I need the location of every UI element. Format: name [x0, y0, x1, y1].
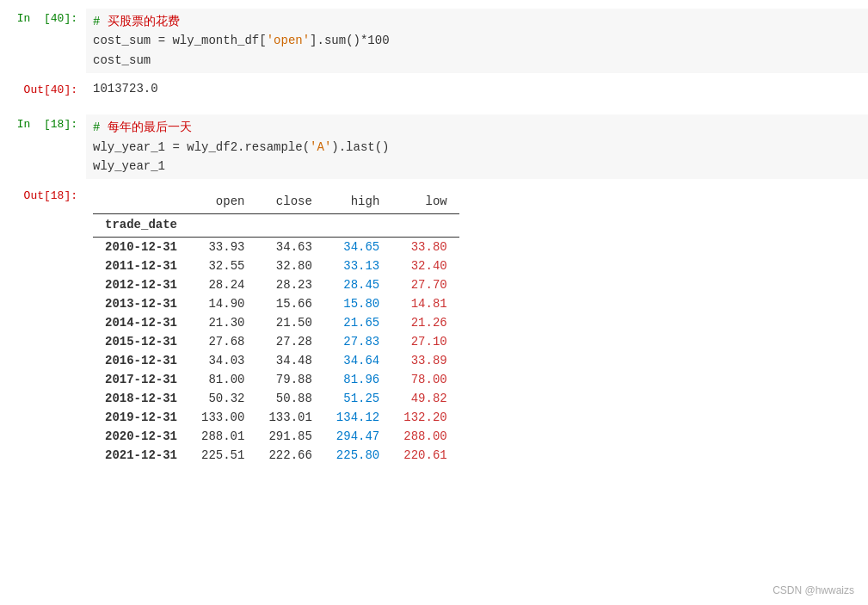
table-row: 2015-12-3127.6827.2827.8327.10	[93, 332, 459, 351]
cell-input-18: In [18]: # 每年的最后一天 wly_year_1 = wly_df2.…	[0, 114, 868, 179]
col-header-close: close	[256, 191, 323, 214]
table-row: 2018-12-3150.3250.8851.2549.82	[93, 389, 459, 408]
cell-close: 34.48	[256, 351, 323, 370]
cell-code-18: # 每年的最后一天 wly_year_1 = wly_df2.resample(…	[86, 114, 868, 179]
cell-label-18: In [18]:	[0, 114, 86, 179]
table-row: 2021-12-31225.51222.66225.80220.61	[93, 446, 459, 465]
cell-high: 225.80	[324, 446, 391, 465]
col-header-high-sub	[324, 214, 391, 238]
table-row: 2017-12-3181.0079.8881.9678.00	[93, 370, 459, 389]
table-row: 2016-12-3134.0334.4834.6433.89	[93, 351, 459, 370]
cell-high: 28.45	[324, 275, 391, 294]
cell-low: 288.00	[391, 427, 459, 446]
output-text-40: 1013723.0	[93, 78, 861, 99]
cell-open: 34.03	[189, 351, 256, 370]
cell-code-40: # 买股票的花费 cost_sum = wly_month_df['open']…	[86, 9, 868, 73]
out-label-40: Out[40]:	[0, 75, 86, 102]
cell-index: 2019-12-31	[93, 408, 189, 427]
table-row: 2010-12-3133.9334.6334.6533.80	[93, 238, 459, 257]
cell-low: 32.40	[391, 256, 459, 275]
cell-close: 15.66	[256, 294, 323, 313]
table-row: 2013-12-3114.9015.6615.8014.81	[93, 294, 459, 313]
cell-index: 2020-12-31	[93, 427, 189, 446]
cell-high: 33.13	[324, 256, 391, 275]
data-table: open close high low trade_date 2010-12-3…	[93, 191, 459, 465]
cell-low: 220.61	[391, 446, 459, 465]
cell-close: 50.88	[256, 389, 323, 408]
code-line: cost_sum = wly_month_df['open'].sum()*10…	[93, 31, 861, 50]
col-header-open-sub	[189, 214, 256, 238]
cell-close: 28.23	[256, 275, 323, 294]
cell-high: 51.25	[324, 389, 391, 408]
cell-open: 225.51	[189, 446, 256, 465]
table-row: 2012-12-3128.2428.2328.4527.70	[93, 275, 459, 294]
cell-open: 133.00	[189, 408, 256, 427]
cell-close: 133.01	[256, 408, 323, 427]
col-header-low-sub	[391, 214, 459, 238]
cell-open: 50.32	[189, 389, 256, 408]
cell-index: 2017-12-31	[93, 370, 189, 389]
cell-input-40: In [40]: # 买股票的花费 cost_sum = wly_month_d…	[0, 9, 868, 73]
code-line: # 买股票的花费	[93, 12, 861, 31]
cell-index: 2012-12-31	[93, 275, 189, 294]
cell-close: 21.50	[256, 313, 323, 332]
col-header-close-sub	[256, 214, 323, 238]
watermark: CSDN @hwwaizs	[773, 584, 854, 596]
code-line: wly_year_1	[93, 157, 861, 176]
cell-output-18: Out[18]: open close high low trade_date	[0, 181, 868, 468]
output-value-40: 1013723.0	[86, 75, 868, 102]
cell-low: 21.26	[391, 313, 459, 332]
col-header-high: high	[324, 191, 391, 214]
cell-high: 34.65	[324, 238, 391, 257]
cell-high: 34.64	[324, 351, 391, 370]
cell-index: 2021-12-31	[93, 446, 189, 465]
cell-high: 15.80	[324, 294, 391, 313]
cell-index: 2016-12-31	[93, 351, 189, 370]
cell-high: 21.65	[324, 313, 391, 332]
cell-close: 291.85	[256, 427, 323, 446]
table-index-name-row: trade_date	[93, 214, 459, 238]
cell-open: 28.24	[189, 275, 256, 294]
cell-low: 49.82	[391, 389, 459, 408]
cell-close: 34.63	[256, 238, 323, 257]
cell-index: 2015-12-31	[93, 332, 189, 351]
cell-low: 33.80	[391, 238, 459, 257]
cell-index: 2011-12-31	[93, 256, 189, 275]
cell-open: 14.90	[189, 294, 256, 313]
cell-open: 27.68	[189, 332, 256, 351]
table-header-row: open close high low	[93, 191, 459, 214]
notebook: In [40]: # 买股票的花费 cost_sum = wly_month_d…	[0, 0, 868, 605]
code-line: wly_year_1 = wly_df2.resample('A').last(…	[93, 138, 861, 157]
cell-close: 32.80	[256, 256, 323, 275]
cell-open: 33.93	[189, 238, 256, 257]
cell-open: 21.30	[189, 313, 256, 332]
cell-close: 27.28	[256, 332, 323, 351]
output-table-18: open close high low trade_date 2010-12-3…	[86, 181, 868, 468]
out-label-18: Out[18]:	[0, 181, 86, 468]
col-header-trade-date: trade_date	[93, 214, 189, 238]
cell-output-40: Out[40]: 1013723.0	[0, 75, 868, 102]
cell-index: 2014-12-31	[93, 313, 189, 332]
code-line: # 每年的最后一天	[93, 118, 861, 137]
cell-index: 2010-12-31	[93, 238, 189, 257]
cell-close: 79.88	[256, 370, 323, 389]
table-row: 2020-12-31288.01291.85294.47288.00	[93, 427, 459, 446]
cell-close: 222.66	[256, 446, 323, 465]
cell-open: 288.01	[189, 427, 256, 446]
col-header-index	[93, 191, 189, 214]
cell-low: 14.81	[391, 294, 459, 313]
cell-high: 27.83	[324, 332, 391, 351]
cell-low: 78.00	[391, 370, 459, 389]
table-row: 2014-12-3121.3021.5021.6521.26	[93, 313, 459, 332]
cell-low: 27.10	[391, 332, 459, 351]
cell-high: 294.47	[324, 427, 391, 446]
cell-open: 32.55	[189, 256, 256, 275]
cell-low: 27.70	[391, 275, 459, 294]
cell-open: 81.00	[189, 370, 256, 389]
cell-high: 134.12	[324, 408, 391, 427]
col-header-low: low	[391, 191, 459, 214]
cell-label-40: In [40]:	[0, 9, 86, 73]
table-row: 2019-12-31133.00133.01134.12132.20	[93, 408, 459, 427]
table-row: 2011-12-3132.5532.8033.1332.40	[93, 256, 459, 275]
code-line: cost_sum	[93, 51, 861, 70]
